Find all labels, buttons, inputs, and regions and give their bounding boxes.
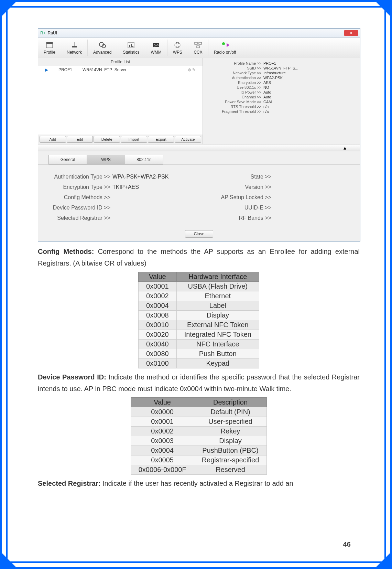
detail-row: Network Type >>Infrastructure xyxy=(206,71,357,75)
svg-rect-15 xyxy=(197,46,199,48)
table-row: 0x0003Display xyxy=(131,436,267,446)
wps-row: State >> xyxy=(213,172,346,182)
svg-rect-7 xyxy=(129,45,130,47)
wps-row: Authentication Type >>WPA-PSK+WPA2-PSK xyxy=(52,172,185,182)
svg-point-16 xyxy=(222,42,225,45)
wps-row: Config Methods >> xyxy=(52,192,185,203)
svg-rect-1 xyxy=(46,42,53,44)
active-marker-icon: ▶ xyxy=(45,67,48,72)
close-icon[interactable]: x xyxy=(344,30,358,36)
detail-row: Profile Name >>PROF1 xyxy=(206,61,357,66)
config-methods-table: ValueHardware Interface0x0001USBA (Flash… xyxy=(138,272,259,368)
subtab-wps[interactable]: WPS xyxy=(87,155,125,164)
svg-rect-14 xyxy=(199,42,202,44)
table-row: 0x0004Label xyxy=(139,301,259,311)
app-icon: R+ xyxy=(40,31,46,35)
svg-text:QoS: QoS xyxy=(154,44,159,47)
close-button[interactable]: Close xyxy=(185,230,213,238)
wps-row: Encryption Type >>TKIP+AES xyxy=(52,182,185,192)
table-row: 0x0100Keypad xyxy=(139,359,259,368)
detail-row: Tx Power >>Auto xyxy=(206,90,357,95)
subtab-80211n[interactable]: 802.11n xyxy=(125,155,163,164)
table-row: 0x0020Integrated NFC Token xyxy=(139,330,259,340)
table-row: 0x0006-0x000FReserved xyxy=(131,465,267,475)
tab-wmm[interactable]: QoSWMM xyxy=(145,40,167,56)
app-title: RaUI xyxy=(48,31,57,35)
wps-panel: Authentication Type >>WPA-PSK+WPA2-PSKEn… xyxy=(38,164,360,227)
subtab-general[interactable]: General xyxy=(48,155,87,164)
tab-statistics[interactable]: Statistics xyxy=(117,40,145,56)
wps-row: AP Setup Locked >> xyxy=(213,192,346,203)
paragraph-device-password: Device Password ID: Indicate the method … xyxy=(38,371,360,395)
table-row: 0x0004PushButton (PBC) xyxy=(131,446,267,455)
detail-row: Authentication >>WPA2-PSK xyxy=(206,75,357,80)
tab-profile[interactable]: Profile xyxy=(38,40,61,56)
wps-row: Version >> xyxy=(213,182,346,192)
page-number: 46 xyxy=(343,540,351,548)
tab-wps[interactable]: WPS xyxy=(167,40,188,56)
detail-row: Channel >>Auto xyxy=(206,95,357,99)
add-button[interactable]: Add xyxy=(40,136,66,143)
main-toolbar: Profile Network Advanced Statistics QoSW… xyxy=(38,38,360,58)
detail-row: SSID >>WR514VN_FTP_S... xyxy=(206,66,357,71)
activate-button[interactable]: Activate xyxy=(175,136,201,143)
profile-list-item[interactable]: ▶ PROF1 WR514VN_FTP_Server ⊜ ✎ xyxy=(45,67,196,72)
tab-network[interactable]: Network xyxy=(61,40,88,56)
paragraph-config-methods: Config Methods: Correspond to the method… xyxy=(38,246,360,269)
wps-row: Device Password ID >> xyxy=(52,203,185,213)
wps-row: UUID-E >> xyxy=(213,203,346,213)
signal-icon: ⊜ ✎ xyxy=(188,67,196,72)
table-row: 0x0040NFC Interface xyxy=(139,340,259,349)
table-header: Hardware Interface xyxy=(176,272,259,282)
table-header: Value xyxy=(139,272,177,282)
tab-ccx[interactable]: CCX xyxy=(188,40,208,56)
tab-advanced[interactable]: Advanced xyxy=(88,40,117,56)
detail-row: Power Save Mode >>CAM xyxy=(206,99,357,104)
table-row: 0x0002Ethernet xyxy=(139,291,259,301)
table-row: 0x0001USBA (Flash Drive) xyxy=(139,282,259,291)
wps-row: Selected Registrar >> xyxy=(52,213,185,223)
table-row: 0x0010External NFC Token xyxy=(139,320,259,330)
profile-details: Profile Name >>PROF1SSID >>WR514VN_FTP_S… xyxy=(203,58,360,144)
detail-row: Encryption >>AES xyxy=(206,80,357,85)
collapse-icon: ▴ xyxy=(344,145,346,151)
profile-list-header: Profile List xyxy=(38,58,203,66)
table-header: Value xyxy=(131,398,194,407)
collapse-bar[interactable]: ▴ xyxy=(38,144,360,151)
table-row: 0x0008Display xyxy=(139,311,259,320)
profile-ssid: WR514VN_FTP_Server xyxy=(83,67,127,72)
wps-row: RF Bands >> xyxy=(213,213,346,223)
profile-buttons: Add Edit Delete Import Export Activate xyxy=(38,135,203,144)
svg-rect-8 xyxy=(131,44,132,47)
app-window: R+RaUI x Profile Network Advanced Statis… xyxy=(38,28,360,241)
titlebar: R+RaUI x xyxy=(38,29,360,38)
export-button[interactable]: Export xyxy=(148,136,174,143)
table-row: 0x0005Registrar-specified xyxy=(131,455,267,465)
svg-rect-13 xyxy=(195,42,197,44)
delete-button[interactable]: Delete xyxy=(94,136,120,143)
profile-list-panel: Profile List ▶ PROF1 WR514VN_FTP_Server … xyxy=(38,58,203,144)
svg-rect-2 xyxy=(72,46,77,47)
detail-row: RTS Threshold >>n/a xyxy=(206,104,357,109)
device-password-table: ValueDescription0x0000Default (PIN)0x000… xyxy=(131,397,267,475)
detail-row: Fragment Threshold >>n/a xyxy=(206,109,357,114)
tab-radio[interactable]: Radio on/off xyxy=(208,40,242,56)
table-row: 0x0001User-specified xyxy=(131,417,267,427)
table-row: 0x0002Rekey xyxy=(131,427,267,436)
detail-row: Use 802.1x >>NO xyxy=(206,85,357,90)
import-button[interactable]: Import xyxy=(121,136,147,143)
profile-name: PROF1 xyxy=(58,67,72,72)
table-header: Description xyxy=(194,398,267,407)
svg-rect-9 xyxy=(132,46,133,47)
table-row: 0x0080Push Button xyxy=(139,349,259,359)
table-row: 0x0000Default (PIN) xyxy=(131,407,267,417)
paragraph-selected-registrar: Selected Registrar: Indicate if the user… xyxy=(38,477,360,489)
edit-button[interactable]: Edit xyxy=(67,136,93,143)
